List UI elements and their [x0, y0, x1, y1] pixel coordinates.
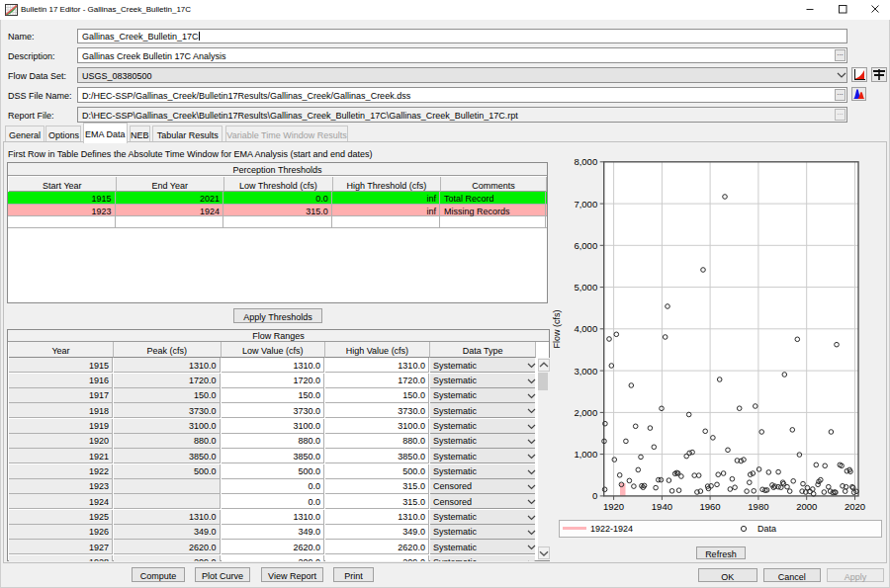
svg-text:1960: 1960 [700, 501, 721, 512]
svg-text:7,000: 7,000 [574, 199, 597, 210]
svg-text:Flow (cfs): Flow (cfs) [552, 310, 562, 349]
svg-text:6,000: 6,000 [574, 240, 597, 251]
svg-text:5,000: 5,000 [574, 282, 597, 293]
svg-text:1980: 1980 [748, 501, 768, 512]
svg-text:2000: 2000 [796, 501, 817, 512]
svg-text:2020: 2020 [845, 501, 865, 512]
svg-text:1940: 1940 [652, 501, 672, 512]
svg-text:3,000: 3,000 [574, 366, 597, 377]
svg-text:1,000: 1,000 [574, 449, 597, 460]
svg-text:2,000: 2,000 [574, 407, 597, 418]
svg-text:4,000: 4,000 [574, 323, 597, 334]
svg-text:8,000: 8,000 [574, 156, 597, 167]
svg-text:0: 0 [592, 490, 597, 501]
svg-text:1920: 1920 [603, 501, 624, 512]
